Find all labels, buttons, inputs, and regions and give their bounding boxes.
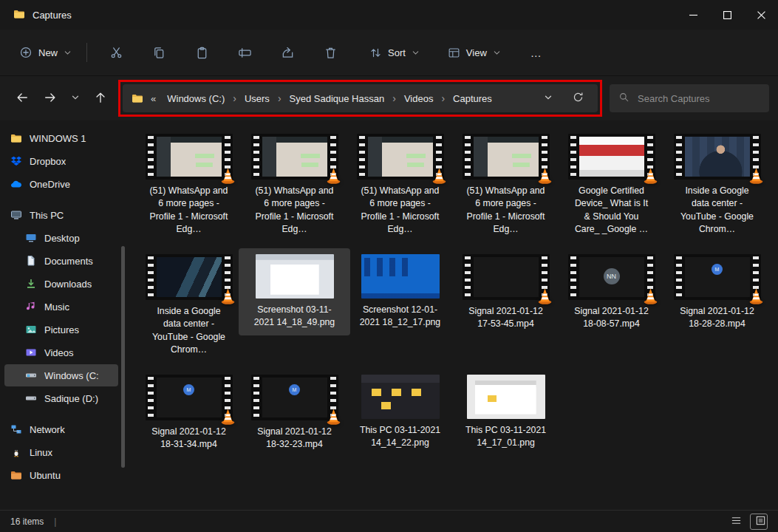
folder-icon — [132, 92, 143, 104]
rename-button[interactable] — [228, 38, 262, 67]
breadcrumb-separator: › — [278, 92, 281, 104]
up-button[interactable] — [87, 85, 114, 112]
maximize-button[interactable] — [710, 0, 744, 30]
sidebar-item-music[interactable]: Music — [4, 296, 118, 318]
file-explorer-window: Captures New Sort View … — [0, 0, 778, 532]
file-item[interactable]: Inside a Google data center - YouTube - … — [133, 248, 245, 363]
file-name: (51) WhatsApp and 6 more pages - Profile… — [149, 185, 230, 236]
file-item[interactable]: (51) WhatsApp and 6 more pages - Profile… — [133, 128, 245, 242]
file-item[interactable]: Signal 2021-01-12 18-31-34.mp4 — [133, 369, 245, 457]
search-box[interactable] — [610, 84, 769, 112]
search-input[interactable] — [636, 92, 760, 105]
file-item[interactable]: Google Certified Device_ What is It & Sh… — [556, 128, 667, 242]
sidebar-item-this-pc[interactable]: This PC — [4, 204, 118, 226]
file-item[interactable]: (51) WhatsApp and 6 more pages - Profile… — [344, 128, 456, 242]
breadcrumb-item[interactable]: Captures — [449, 91, 496, 106]
navigation-pane: WINDOWS 1DropboxOneDriveThis PCDesktopDo… — [0, 120, 126, 510]
breadcrumb-item[interactable]: Windows (C:) — [163, 91, 228, 106]
file-item[interactable]: Inside a Google data center - YouTube - … — [661, 128, 773, 242]
sidebar-item-windows-1[interactable]: WINDOWS 1 — [4, 127, 118, 149]
file-item[interactable]: Signal 2021-01-12 18-28-28.mp4 — [661, 248, 773, 337]
file-item[interactable]: Signal 2021-01-12 18-32-23.mp4 — [239, 369, 350, 457]
breadcrumb-overflow[interactable]: « — [151, 93, 156, 104]
file-name: This PC 03-11-2021 14_14_22.png — [360, 424, 441, 450]
file-name: Signal 2021-01-12 18-32-23.mp4 — [254, 426, 335, 451]
thumbnail-image — [256, 254, 334, 299]
delete-button[interactable] — [313, 38, 347, 67]
trash-icon — [324, 46, 338, 60]
downloads-icon — [25, 278, 37, 290]
thumbnail-image — [685, 257, 750, 297]
sidebar-item-pictures[interactable]: Pictures — [4, 318, 118, 341]
thispc-icon — [10, 209, 22, 221]
sidebar-item-windows-c[interactable]: Windows (C: — [4, 364, 118, 386]
copy-button[interactable] — [142, 38, 176, 67]
videos-icon — [25, 347, 37, 358]
breadcrumb-item[interactable]: Users — [241, 91, 273, 106]
sort-button[interactable]: Sort — [362, 41, 427, 65]
toolbar-icon-group — [95, 38, 352, 67]
minimize-button[interactable] — [676, 0, 710, 30]
sidebar-item-sadique-d[interactable]: Sadique (D:) — [4, 387, 118, 409]
share-button[interactable] — [270, 38, 304, 67]
new-button[interactable]: New — [12, 40, 79, 65]
sidebar-scrollbar[interactable] — [121, 246, 125, 468]
view-button[interactable]: View — [440, 41, 508, 65]
breadcrumb-separator: › — [392, 92, 396, 104]
window-title: Captures — [33, 10, 72, 21]
sidebar-item-dropbox[interactable]: Dropbox — [4, 150, 118, 172]
sidebar-item-label: Desktop — [44, 233, 80, 244]
forward-button[interactable] — [37, 85, 64, 112]
close-button[interactable] — [744, 0, 778, 30]
file-name: Signal 2021-01-12 17-53-45.mp4 — [465, 305, 547, 331]
sidebar-item-videos[interactable]: Videos — [4, 341, 118, 364]
sidebar-item-onedrive[interactable]: OneDrive — [4, 173, 118, 195]
search-icon — [618, 92, 629, 106]
file-item[interactable]: Signal 2021-01-12 17-53-45.mp4 — [450, 248, 562, 337]
documents-icon — [25, 255, 37, 267]
file-item[interactable]: Screenshot 12-01-2021 18_12_17.png — [344, 248, 456, 335]
refresh-button[interactable] — [567, 90, 589, 106]
sidebar-item-label: Pictures — [44, 324, 79, 335]
sidebar-item-label: Network — [30, 424, 65, 435]
address-dropdown-button[interactable] — [539, 92, 557, 105]
cut-button[interactable] — [99, 38, 133, 67]
details-view-button[interactable] — [726, 514, 744, 530]
sidebar-list: WINDOWS 1DropboxOneDriveThis PCDesktopDo… — [0, 127, 126, 486]
chevron-down-icon — [544, 93, 553, 104]
thumbnail-view-button[interactable] — [750, 514, 768, 530]
maximize-icon — [723, 11, 731, 19]
back-button[interactable] — [9, 85, 35, 112]
recent-locations-button[interactable] — [65, 85, 86, 112]
file-thumbnail — [674, 134, 761, 180]
file-item[interactable]: Signal 2021-01-12 18-08-57.mp4 — [556, 248, 667, 337]
item-count: 16 items — [10, 516, 44, 527]
forward-arrow-icon — [44, 91, 57, 106]
sidebar-item-linux[interactable]: Linux — [4, 441, 118, 463]
new-button-label: New — [38, 47, 58, 58]
breadcrumb-item[interactable]: Syed Sadique Hassan — [286, 91, 389, 106]
linux-icon — [10, 446, 22, 458]
file-item[interactable]: This PC 03-11-2021 14_17_01.png — [450, 369, 562, 456]
file-thumbnail — [674, 254, 761, 300]
file-grid: (51) WhatsApp and 6 more pages - Profile… — [133, 128, 778, 457]
red-annotation-box: « Windows (C:)›Users›Syed Sadique Hassan… — [118, 80, 602, 117]
file-item[interactable]: (51) WhatsApp and 6 more pages - Profile… — [450, 128, 562, 242]
sidebar-item-ubuntu[interactable]: Ubuntu — [4, 464, 118, 486]
file-item[interactable]: Screenshot 03-11-2021 14_18_49.png — [239, 248, 350, 335]
thumbnail-image — [579, 137, 644, 177]
sidebar-item-network[interactable]: Network — [4, 418, 118, 440]
paste-button[interactable] — [185, 38, 219, 67]
file-name: Inside a Google data center - YouTube - … — [149, 305, 230, 357]
breadcrumb-item[interactable]: Videos — [400, 91, 437, 106]
sidebar-item-documents[interactable]: Documents — [4, 250, 118, 272]
address-bar[interactable]: « Windows (C:)›Users›Syed Sadique Hassan… — [123, 84, 598, 112]
up-arrow-icon — [94, 91, 107, 106]
file-thumbnail — [146, 375, 233, 420]
file-item[interactable]: This PC 03-11-2021 14_14_22.png — [344, 369, 456, 456]
file-item[interactable]: (51) WhatsApp and 6 more pages - Profile… — [239, 128, 350, 242]
sidebar-item-desktop[interactable]: Desktop — [4, 227, 118, 249]
see-more-button[interactable]: … — [523, 41, 550, 65]
file-thumbnail — [146, 254, 233, 300]
sidebar-item-downloads[interactable]: Downloads — [4, 273, 118, 295]
